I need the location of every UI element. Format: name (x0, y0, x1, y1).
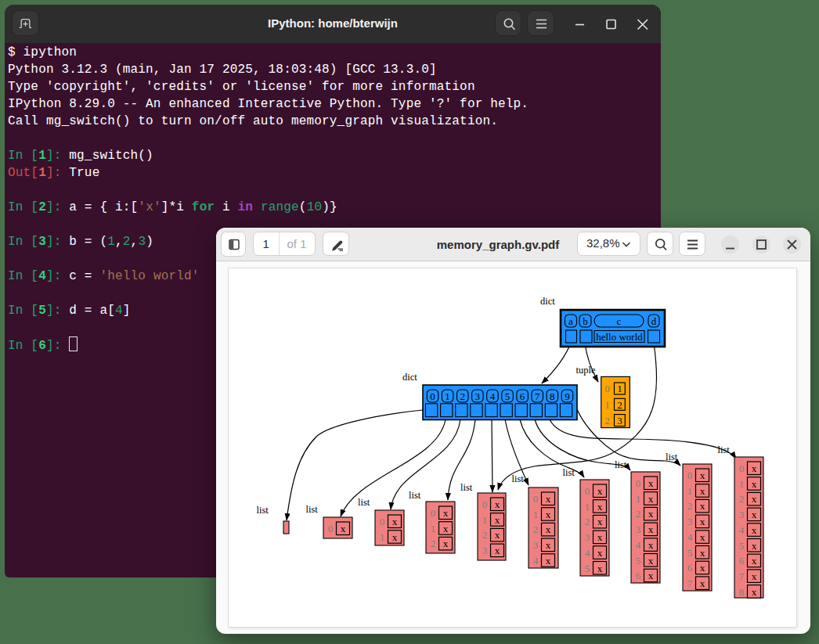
svg-text:2: 2 (585, 516, 590, 527)
svg-text:dict: dict (540, 296, 555, 307)
svg-text:x: x (495, 498, 500, 510)
svg-text:x: x (443, 523, 449, 534)
svg-text:list: list (257, 505, 269, 516)
svg-text:x: x (546, 493, 551, 505)
svg-text:x: x (648, 493, 654, 505)
svg-text:x: x (546, 509, 551, 520)
svg-text:1: 1 (380, 531, 385, 543)
svg-text:x: x (752, 540, 757, 552)
svg-text:2: 2 (431, 538, 436, 549)
svg-text:x: x (752, 586, 757, 598)
svg-text:4: 4 (687, 531, 693, 543)
svg-text:7: 7 (687, 577, 693, 589)
svg-text:x: x (700, 577, 705, 589)
svg-text:x: x (752, 462, 757, 474)
svg-text:3: 3 (617, 415, 622, 426)
svg-text:6: 6 (636, 570, 641, 581)
svg-text:x: x (597, 531, 603, 543)
svg-text:x: x (648, 477, 654, 489)
svg-text:x: x (648, 539, 654, 551)
svg-text:0: 0 (328, 523, 334, 534)
svg-text:0: 0 (431, 507, 436, 519)
svg-text:9: 9 (565, 390, 570, 402)
svg-text:x: x (752, 493, 757, 505)
svg-text:dict: dict (402, 372, 417, 383)
svg-text:list: list (409, 490, 421, 501)
svg-text:1: 1 (604, 399, 610, 411)
svg-text:7: 7 (739, 570, 745, 582)
svg-text:4: 4 (585, 547, 590, 559)
svg-text:hello world: hello world (596, 331, 643, 343)
svg-text:6: 6 (739, 555, 745, 567)
svg-text:8: 8 (550, 390, 555, 402)
svg-text:2: 2 (460, 390, 465, 402)
svg-text:1: 1 (533, 509, 539, 520)
svg-text:1: 1 (585, 501, 590, 513)
svg-text:list: list (306, 504, 319, 515)
svg-text:1: 1 (687, 485, 693, 497)
svg-text:5: 5 (687, 547, 693, 559)
svg-text:x: x (700, 485, 705, 497)
svg-text:1: 1 (739, 478, 745, 490)
svg-text:4: 4 (533, 555, 539, 567)
svg-text:x: x (648, 508, 654, 520)
svg-text:x: x (752, 555, 757, 567)
svg-text:8: 8 (739, 586, 745, 598)
svg-text:0: 0 (482, 498, 488, 510)
svg-text:0: 0 (739, 462, 745, 474)
svg-text:0: 0 (604, 383, 610, 394)
svg-text:3: 3 (636, 523, 641, 535)
svg-text:3: 3 (585, 531, 590, 543)
svg-text:a: a (568, 315, 573, 327)
svg-text:0: 0 (533, 493, 539, 505)
svg-text:x: x (495, 514, 500, 526)
svg-text:0: 0 (687, 470, 693, 481)
svg-text:1: 1 (617, 383, 622, 394)
svg-text:x: x (443, 538, 449, 549)
svg-text:3: 3 (475, 390, 481, 402)
svg-text:x: x (597, 485, 603, 497)
svg-text:4: 4 (739, 524, 745, 536)
svg-text:x: x (752, 509, 757, 520)
svg-text:x: x (495, 545, 500, 556)
svg-text:x: x (700, 500, 705, 512)
svg-text:0: 0 (636, 477, 641, 489)
svg-text:x: x (700, 547, 705, 559)
svg-text:5: 5 (636, 555, 641, 567)
svg-text:list: list (460, 482, 473, 493)
svg-text:0: 0 (380, 516, 385, 527)
svg-text:x: x (752, 570, 757, 582)
svg-text:4: 4 (636, 539, 641, 551)
svg-text:c: c (617, 315, 622, 327)
svg-text:x: x (700, 516, 705, 527)
svg-text:5: 5 (739, 540, 745, 552)
svg-text:x: x (648, 570, 654, 581)
svg-text:list: list (718, 444, 731, 455)
svg-text:x: x (546, 555, 551, 567)
svg-text:3: 3 (533, 539, 539, 551)
svg-text:0: 0 (585, 485, 590, 497)
svg-text:x: x (752, 478, 757, 490)
svg-text:x: x (392, 531, 398, 543)
svg-text:x: x (443, 507, 449, 519)
svg-text:2: 2 (687, 500, 693, 512)
svg-text:x: x (597, 501, 603, 513)
svg-text:1: 1 (431, 523, 436, 534)
svg-text:list: list (666, 452, 678, 462)
svg-text:2: 2 (636, 508, 641, 520)
svg-text:0: 0 (430, 390, 435, 402)
svg-text:x: x (700, 531, 705, 543)
svg-text:x: x (341, 523, 346, 534)
svg-text:x: x (648, 523, 654, 535)
svg-text:7: 7 (535, 390, 540, 402)
svg-text:x: x (597, 516, 603, 527)
svg-text:b: b (583, 315, 588, 327)
svg-text:1: 1 (482, 514, 488, 526)
svg-text:2: 2 (617, 399, 622, 411)
svg-text:5: 5 (585, 563, 590, 574)
svg-text:x: x (700, 470, 705, 481)
svg-text:x: x (546, 539, 551, 551)
svg-text:x: x (546, 523, 551, 535)
svg-text:5: 5 (505, 390, 511, 402)
svg-text:tuple: tuple (576, 365, 596, 376)
